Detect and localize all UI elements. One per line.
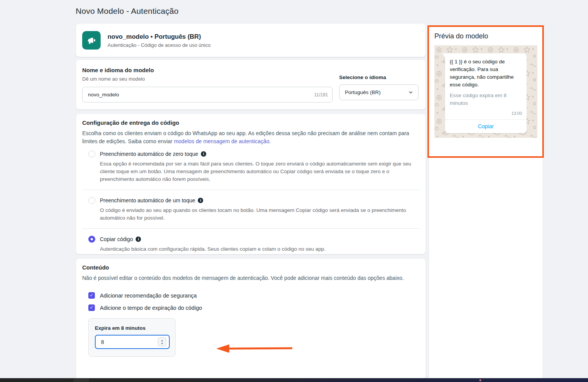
option-one-tap: Preenchimento automático de um toque i O… (82, 192, 419, 227)
zero-tap-label: Preenchimento automático de zero toque (100, 151, 198, 157)
stepper-up-icon[interactable]: ▲ (161, 339, 164, 342)
security-recommendation-checkbox[interactable]: ✓ (88, 292, 95, 299)
one-tap-label: Preenchimento automático de um toque (100, 197, 195, 203)
bubble-tail (442, 53, 445, 57)
content-card: Conteúdo Não é possível editar o conteúd… (76, 259, 426, 379)
divider (82, 190, 419, 190)
name-language-card: Nome e idioma do modelo Dê um nome ao se… (76, 60, 426, 109)
content-heading: Conteúdo (82, 264, 419, 271)
copy-code-label: Copiar código (100, 236, 133, 242)
whatsapp-message-bubble: {{ 1 }} é o seu código de verificação. P… (445, 53, 527, 133)
preview-expiry-text: Esse código expira em 8 minutos (450, 92, 522, 107)
taskbar-strip (0, 378, 588, 382)
expiration-time-label: Adicione o tempo de expiração do código (100, 305, 202, 311)
delivery-heading: Configuração de entrega do código (82, 119, 419, 126)
zero-tap-desc: Essa opção é recomendada por ser a mais … (100, 160, 415, 183)
number-stepper[interactable]: ▲ ▼ (158, 337, 166, 346)
preview-timestamp: 13:00 (450, 111, 522, 118)
expiration-label: Expira em 8 minutos (95, 325, 169, 331)
zero-tap-radio[interactable] (88, 150, 95, 157)
template-preview-card: Prévia do modelo (429, 26, 543, 379)
delivery-intro: Escolha como os clientes enviam o código… (82, 129, 418, 146)
stepper-down-icon[interactable]: ▼ (161, 342, 164, 345)
preview-title: Prévia do modelo (434, 32, 537, 40)
language-select[interactable]: Português (BR) (339, 84, 419, 100)
code-delivery-card: Configuração de entrega do código Escolh… (76, 114, 426, 254)
copy-code-radio[interactable] (88, 236, 95, 243)
one-tap-radio[interactable] (88, 197, 95, 204)
name-language-heading: Nome e idioma do modelo (82, 67, 419, 73)
info-icon[interactable]: i (201, 151, 206, 157)
language-selected-value: Português (BR) (345, 89, 381, 95)
security-recommendation-row: ✓ Adicionar recomendação de segurança (88, 292, 419, 299)
taskbar-item (74, 379, 89, 382)
template-header-card: novo_modelo • Português (BR) Autenticaçã… (76, 24, 426, 57)
annotation-arrow (213, 344, 294, 354)
info-icon[interactable]: i (136, 236, 141, 242)
template-name-language: novo_modelo • Português (BR) (108, 33, 210, 40)
divider (82, 228, 419, 229)
chevron-down-icon (409, 90, 413, 94)
info-icon[interactable]: i (198, 198, 203, 203)
expiration-box: Expira em 8 minutos ▲ ▼ (88, 318, 176, 357)
option-zero-tap: Preenchimento automático de zero toque i… (82, 146, 419, 188)
language-label: Selecione o idioma (339, 74, 419, 80)
expiration-time-checkbox[interactable]: ✓ (88, 304, 95, 311)
copy-code-desc: Autenticação básica com configuração ráp… (100, 245, 415, 253)
whatsapp-chat-background: {{ 1 }} é o seu código de verificação. P… (434, 45, 537, 138)
auth-templates-link[interactable]: modelos de mensagem de autenticação. (174, 138, 271, 144)
taskbar-dot (479, 379, 481, 381)
template-name-input[interactable] (82, 87, 333, 103)
copy-code-button[interactable]: Copiar (445, 119, 527, 133)
one-tap-desc: O código é enviado ao seu app quando os … (100, 207, 415, 222)
option-copy-code: Copiar código i Autenticação básica com … (82, 231, 419, 258)
security-recommendation-label: Adicionar recomendação de segurança (100, 293, 197, 299)
template-category: Autenticação - Código de acesso de uso ú… (108, 42, 210, 48)
content-description: Não é possível editar o conteúdo dos mod… (82, 274, 418, 282)
page-title: Novo Modelo - Autenticação (76, 7, 179, 16)
preview-message-text: {{ 1 }} é o seu código de verificação. P… (450, 58, 522, 89)
megaphone-icon (82, 31, 101, 50)
char-counter: 11/191 (314, 92, 328, 98)
expiration-time-row: ✓ Adicione o tempo de expiração do códig… (88, 304, 419, 311)
